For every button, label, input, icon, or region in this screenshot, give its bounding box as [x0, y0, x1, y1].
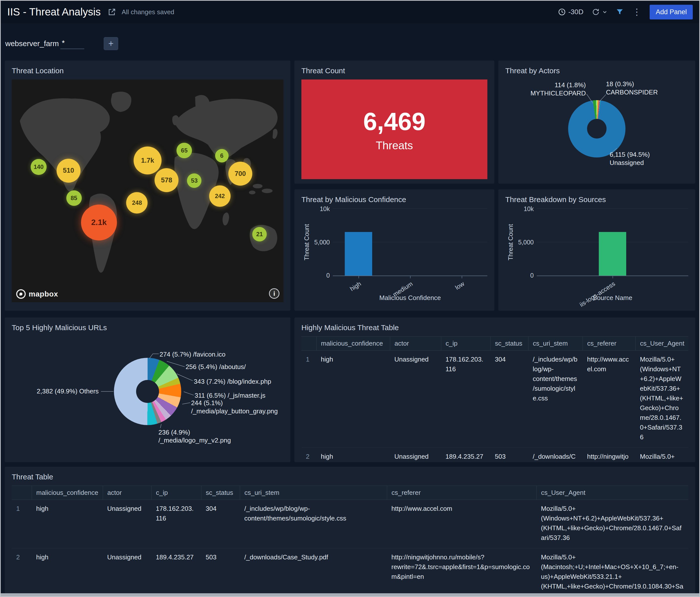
- share-icon[interactable]: [108, 8, 116, 16]
- map-bubble[interactable]: 242: [209, 185, 231, 207]
- sources-bar-chart: Threat Count 10k 5,000 0: [505, 208, 688, 276]
- map-bubble[interactable]: 1.7k: [134, 147, 161, 175]
- urls-donut-chart: 274 (5.7%) /favicon.ico 256 (5.4%) /abou…: [12, 336, 283, 453]
- pie-label-mythicleopard: 114 (1.8%) MYTHICLEOPARD: [505, 81, 586, 97]
- filter-button[interactable]: [616, 8, 624, 16]
- map-info-icon[interactable]: i: [269, 288, 279, 299]
- table-row[interactable]: 2highUnassigned189.4.235.27503/_download…: [12, 548, 688, 594]
- map-bubble[interactable]: 85: [66, 190, 82, 206]
- threat-count-unit: Threats: [376, 139, 413, 152]
- map-bubble[interactable]: 578: [154, 168, 178, 192]
- threat-count-stat[interactable]: 6,469 Threats: [301, 79, 488, 179]
- table-cell: 178.162.203.116: [151, 500, 201, 548]
- column-header[interactable]: c_ip: [441, 337, 490, 351]
- mapbox-logo-icon: [16, 289, 26, 299]
- table-cell: Unassigned: [103, 500, 151, 548]
- page-title: IIS - Threat Analysis: [7, 6, 101, 18]
- bar[interactable]: [345, 232, 372, 276]
- table-cell: /_includes/wp/blog/wp-content/themes/sum…: [240, 500, 387, 548]
- y-axis-label: Threat Count: [301, 208, 312, 276]
- column-header[interactable]: actor: [390, 337, 441, 351]
- refresh-icon: [592, 8, 600, 16]
- table-cell: Unassigned: [103, 548, 151, 594]
- column-header[interactable]: sc_status: [201, 486, 240, 500]
- filter-param-value-input[interactable]: *: [60, 38, 84, 49]
- add-filter-button[interactable]: +: [104, 37, 118, 50]
- world-map: [12, 79, 283, 302]
- pie-label-favicon: 274 (5.7%) /favicon.ico: [159, 350, 225, 359]
- map-bubble[interactable]: 21: [252, 227, 267, 241]
- table-cell: http://www.accel.com: [582, 351, 635, 448]
- column-header[interactable]: actor: [103, 486, 151, 500]
- column-header[interactable]: cs_referer: [387, 486, 536, 500]
- column-header[interactable]: malicious_confidence: [32, 486, 103, 500]
- column-header[interactable]: c_ip: [151, 486, 201, 500]
- time-range-button[interactable]: -30D: [558, 8, 583, 16]
- dashboard-grid: Threat Location: [1, 60, 699, 593]
- table-cell: 503: [201, 548, 240, 594]
- map-bubble[interactable]: 6: [215, 149, 229, 162]
- kebab-menu[interactable]: ⋮: [632, 7, 641, 17]
- actors-donut[interactable]: [568, 100, 625, 157]
- table-row[interactable]: 1highUnassigned178.162.203.116304/_inclu…: [12, 500, 688, 548]
- panel-threat-table: Threat Table malicious_confidenceactorc_…: [5, 467, 695, 593]
- table-row[interactable]: 2highUnassigned189.4.235.27503/_download…: [301, 448, 688, 463]
- column-header[interactable]: cs_uri_stem: [528, 337, 582, 351]
- panel-title: Threat Breakdown by Sources: [505, 196, 688, 204]
- chevron-down-icon: [602, 9, 607, 15]
- map-bubble[interactable]: 2.1k: [81, 205, 117, 240]
- table-cell: Mozilla/5.0+(Macintosh;+U;+Intel+Mac+OS: [635, 448, 688, 463]
- refresh-button[interactable]: [592, 8, 607, 16]
- clock-icon: [558, 8, 566, 16]
- pie-label-play-button: 244 (5.1%) /_media/play_button_gray.png: [191, 399, 283, 415]
- mapbox-wordmark: mapbox: [29, 290, 58, 298]
- x-axis-category: low: [454, 280, 466, 291]
- column-header[interactable]: malicious_confidence: [316, 337, 390, 351]
- map-bubble[interactable]: 65: [176, 143, 192, 158]
- funnel-icon: [616, 8, 624, 16]
- map-bubble[interactable]: 53: [187, 174, 201, 188]
- map-bubble[interactable]: 510: [57, 159, 80, 183]
- column-header[interactable]: cs_User_Agent: [635, 337, 688, 351]
- column-header[interactable]: cs_referer: [582, 337, 635, 351]
- table-cell: Mozilla/5.0+(Windows+NT+6.2)+AppleWebKit…: [635, 351, 688, 448]
- map-bubble[interactable]: 248: [126, 192, 148, 213]
- threat-table: malicious_confidenceactorc_ipsc_statuscs…: [12, 486, 688, 593]
- table-cell: high: [32, 500, 103, 548]
- plot-area: [333, 208, 488, 276]
- column-header[interactable]: sc_status: [490, 337, 528, 351]
- pie-label-logo: 236 (4.9%) /_media/logo_my_v2.png: [158, 428, 243, 444]
- column-header[interactable]: cs_User_Agent: [536, 486, 688, 500]
- x-axis-categories: iis-logs-access: [537, 276, 688, 293]
- urls-donut[interactable]: [114, 358, 181, 425]
- table-cell: 503: [490, 448, 528, 463]
- y-axis-label: Threat Count: [505, 208, 516, 276]
- map-bubble[interactable]: 140: [31, 159, 47, 175]
- bar[interactable]: [599, 232, 626, 276]
- plot-area: [537, 208, 688, 276]
- table-row[interactable]: 1highUnassigned178.162.203.116304/_inclu…: [301, 351, 688, 448]
- panel-title: Threat by Malicious Confidence: [301, 196, 488, 204]
- threat-count-value: 6,469: [363, 107, 426, 136]
- add-panel-button[interactable]: Add Panel: [650, 5, 693, 20]
- y-axis-ticks: 10k 5,000 0: [312, 208, 333, 276]
- filter-param-name: webserver_farm: [5, 40, 59, 48]
- table-cell: http://ningwitjohnno.ru/mobile/s?: [582, 448, 635, 463]
- actors-donut-chart: 114 (1.8%) MYTHICLEOPARD 18 (0.3%) CARBO…: [505, 79, 688, 174]
- save-status: All changes saved: [122, 8, 174, 16]
- column-header[interactable]: cs_uri_stem: [240, 486, 387, 500]
- panel-title: Top 5 Highly Malicious URLs: [12, 323, 283, 332]
- panel-title: Threat Count: [301, 67, 488, 75]
- map-canvas[interactable]: mapbox i 140510851.7k655785367002422482.…: [12, 79, 283, 302]
- map-bubble[interactable]: 700: [228, 162, 252, 186]
- table-cell: high: [32, 548, 103, 594]
- panel-threat-location: Threat Location: [5, 60, 291, 311]
- panel-top-urls: Top 5 Highly Malicious URLs 274 (5.7%) /…: [5, 317, 291, 462]
- panel-threat-count: Threat Count 6,469 Threats: [294, 60, 494, 184]
- pie-label-unassigned: 6,115 (94.5%) Unassigned: [609, 151, 650, 167]
- table-cell: Unassigned: [390, 351, 441, 448]
- table-cell: 189.4.235.27: [151, 548, 201, 594]
- horizontal-scrollbar[interactable]: [1, 593, 699, 596]
- mapbox-attribution[interactable]: mapbox: [16, 289, 58, 299]
- panel-title: Threat by Actors: [505, 67, 688, 75]
